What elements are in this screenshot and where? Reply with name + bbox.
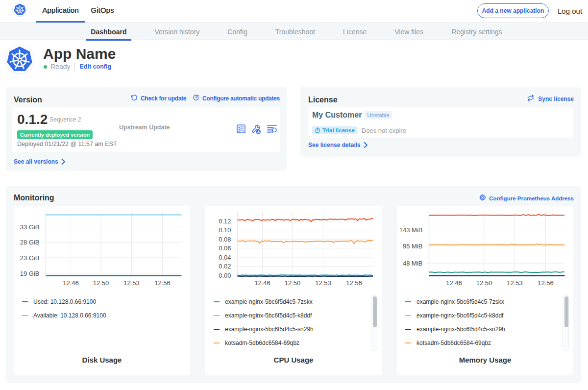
svg-text:0.08: 0.08 — [219, 236, 231, 243]
svg-text:12:56: 12:56 — [538, 279, 554, 287]
svg-text:0.06: 0.06 — [219, 244, 231, 252]
svg-text:12:46: 12:46 — [254, 279, 270, 287]
svg-text:12:53: 12:53 — [123, 279, 140, 287]
svg-text:0.04: 0.04 — [219, 254, 231, 261]
svg-text:12:50: 12:50 — [476, 279, 492, 287]
svg-text:48 MiB: 48 MiB — [403, 260, 422, 267]
svg-text:33 GiB: 33 GiB — [20, 223, 40, 231]
svg-text:0.00: 0.00 — [219, 272, 231, 279]
svg-text:0.12: 0.12 — [219, 218, 231, 225]
svg-text:23 GiB: 23 GiB — [20, 254, 40, 262]
svg-text:12:53: 12:53 — [315, 279, 331, 287]
svg-text:143 MiB: 143 MiB — [399, 226, 423, 234]
svg-text:19 GiB: 19 GiB — [20, 270, 40, 277]
svg-text:12:50: 12:50 — [93, 279, 109, 287]
svg-text:12:50: 12:50 — [285, 279, 301, 287]
svg-text:12:53: 12:53 — [507, 279, 523, 287]
svg-text:12:56: 12:56 — [346, 279, 362, 287]
svg-text:12:46: 12:46 — [446, 279, 462, 287]
svg-text:28 GiB: 28 GiB — [20, 239, 40, 246]
svg-text:95 MiB: 95 MiB — [403, 243, 422, 250]
svg-text:0.10: 0.10 — [219, 226, 231, 234]
svg-text:12:56: 12:56 — [154, 279, 171, 287]
svg-text:0.02: 0.02 — [219, 263, 231, 270]
svg-text:12:46: 12:46 — [63, 279, 79, 287]
